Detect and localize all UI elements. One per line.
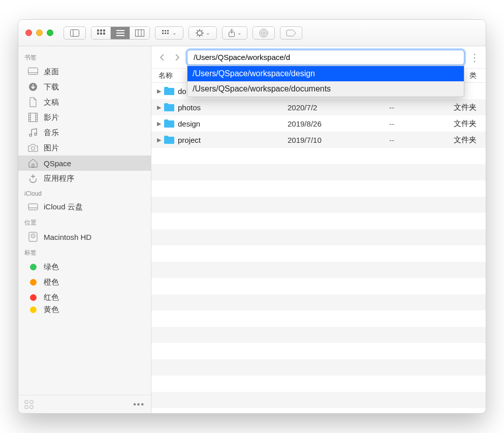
sidebar-item-pictures[interactable]: 图片 (18, 140, 151, 156)
file-size: -- (389, 103, 435, 112)
sidebar-item-qspace[interactable]: QSpace (18, 156, 151, 171)
autocomplete-item[interactable]: /Users/QSpace/workspace/documents (187, 81, 464, 97)
nav-back-button[interactable] (156, 51, 168, 64)
svg-rect-2 (97, 29, 99, 32)
svg-rect-15 (165, 30, 166, 32)
sidebar-item-music[interactable]: 音乐 (18, 125, 151, 140)
icon-view-button[interactable] (91, 27, 111, 39)
disclosure-triangle-icon[interactable]: ▶ (151, 137, 164, 143)
table-row[interactable]: ▶ project 2019/7/10 -- 文件夹 (151, 132, 486, 148)
table-row (151, 327, 486, 343)
sidebar-item-label: 橙色 (44, 277, 59, 287)
sidebar-tag-orange[interactable]: 橙色 (18, 274, 151, 290)
svg-line-26 (202, 35, 203, 36)
download-icon (27, 82, 39, 92)
sidebar-item-label: 音乐 (44, 128, 59, 138)
svg-rect-0 (71, 29, 79, 36)
file-list: ▶ do ▶ photos 2020/7/2 -- 文件夹 ▶ (151, 83, 486, 413)
tags-button[interactable] (280, 26, 302, 40)
sidebar-item-documents[interactable]: 文稿 (18, 95, 151, 110)
file-name: photos (178, 103, 288, 112)
table-row (151, 229, 486, 245)
file-date: 2019/7/10 (288, 136, 389, 144)
svg-point-20 (198, 30, 202, 35)
maximize-button[interactable] (47, 29, 53, 36)
disclosure-triangle-icon[interactable]: ▶ (151, 88, 164, 95)
sidebar-item-icloud-drive[interactable]: iCloud 云盘 (18, 199, 151, 214)
sidebar-toggle-button[interactable] (64, 26, 86, 40)
svg-rect-8 (116, 30, 124, 31)
camera-icon (27, 143, 39, 153)
sidebar-footer: ••• (18, 395, 151, 413)
path-bar: /Users/QSpace/workspace/design /Users/QS… (151, 46, 486, 69)
desktop-icon (27, 67, 39, 77)
sidebar-tag-red[interactable]: 红色 (18, 290, 151, 305)
sidebar-section-locations: 位置 (18, 214, 151, 229)
file-name: design (178, 119, 288, 128)
path-input-wrap: /Users/QSpace/workspace/design /Users/QS… (187, 50, 464, 65)
disclosure-triangle-icon[interactable]: ▶ (151, 120, 164, 127)
table-row[interactable]: ▶ photos 2020/7/2 -- 文件夹 (151, 99, 486, 115)
svg-rect-6 (100, 33, 102, 35)
sidebar-item-downloads[interactable]: 下载 (18, 79, 151, 95)
svg-point-32 (261, 30, 266, 36)
column-view-button[interactable] (130, 27, 149, 39)
more-icon[interactable]: ••• (133, 400, 145, 409)
path-input[interactable] (187, 50, 464, 65)
disclosure-triangle-icon[interactable]: ▶ (151, 104, 164, 111)
svg-line-25 (197, 30, 198, 31)
sidebar-item-macintosh-hd[interactable]: Macintosh HD (18, 229, 151, 244)
chevron-down-icon: ⌄ (237, 30, 241, 36)
action-menu-button[interactable]: ⌄ (188, 26, 217, 40)
svg-rect-3 (100, 29, 102, 32)
file-date: 2020/7/2 (288, 103, 389, 112)
sidebar-item-applications[interactable]: 应用程序 (18, 171, 151, 186)
svg-rect-9 (116, 33, 124, 34)
table-row (151, 148, 486, 164)
close-button[interactable] (25, 29, 32, 36)
svg-point-31 (263, 32, 265, 34)
main-panel: /Users/QSpace/workspace/design /Users/QS… (151, 46, 486, 413)
chevron-down-icon: ⌄ (172, 30, 176, 36)
document-icon (27, 97, 39, 107)
hdd-icon (27, 232, 39, 242)
tag-red-icon (27, 292, 39, 302)
sidebar-section-bookmarks: 书签 (18, 49, 151, 64)
path-more-button[interactable]: ⋮ (468, 51, 481, 64)
sidebar-item-label: 下载 (44, 82, 59, 92)
file-manager-window: ⌄ ⌄ ⌄ 书签 桌面 下载 (18, 19, 486, 414)
svg-rect-58 (30, 406, 33, 409)
list-view-button[interactable] (111, 27, 130, 39)
sidebar-item-movies[interactable]: 影片 (18, 110, 151, 125)
sidebar: 书签 桌面 下载 文稿 影片 音乐 图片 (18, 46, 151, 413)
autocomplete-item[interactable]: /Users/QSpace/workspace/design (187, 66, 464, 81)
sidebar-item-desktop[interactable]: 桌面 (18, 64, 151, 79)
sidebar-tag-yellow[interactable]: 黄色 (18, 305, 151, 314)
nav-forward-button[interactable] (172, 51, 183, 64)
svg-rect-18 (165, 33, 166, 34)
table-row (151, 392, 486, 408)
minimize-button[interactable] (36, 29, 43, 36)
table-row[interactable]: ▶ design 2019/8/26 -- 文件夹 (151, 115, 486, 132)
svg-rect-34 (28, 68, 38, 75)
group-by-button[interactable]: ⌄ (155, 26, 183, 40)
sidebar-item-label: 文稿 (44, 98, 59, 107)
layout-grid-icon[interactable] (24, 400, 34, 409)
table-row (151, 294, 486, 311)
share-button[interactable]: ⌄ (222, 26, 247, 40)
svg-rect-57 (25, 406, 28, 409)
sidebar-tag-green[interactable]: 绿色 (18, 259, 151, 274)
table-row (151, 376, 486, 392)
sidebar-item-label: 影片 (44, 113, 59, 122)
svg-rect-19 (167, 33, 169, 34)
chevron-down-icon: ⌄ (206, 30, 210, 36)
apps-icon (27, 173, 39, 183)
tag-green-icon (27, 262, 39, 272)
airdrop-button[interactable] (253, 26, 275, 40)
music-icon (27, 128, 39, 138)
table-row (151, 245, 486, 262)
file-date: 2019/8/26 (288, 119, 389, 128)
svg-rect-5 (97, 33, 99, 35)
folder-icon (164, 135, 175, 144)
window-controls (25, 29, 53, 36)
